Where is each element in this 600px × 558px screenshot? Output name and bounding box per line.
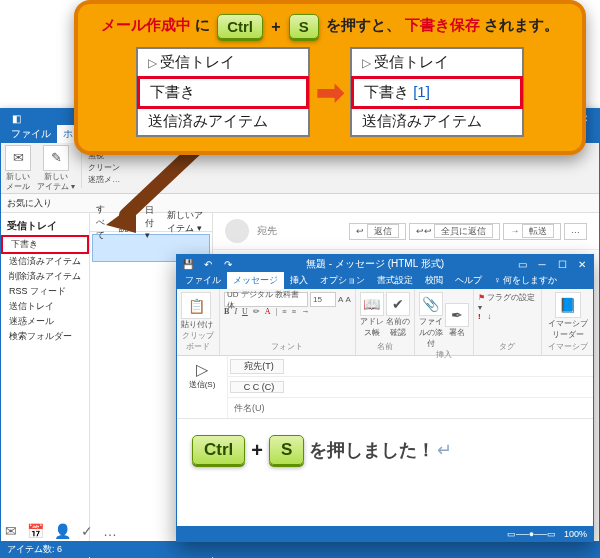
ribbon-clipboard-group: 📋 貼り付け クリップボード bbox=[177, 289, 220, 355]
new-item-button[interactable]: ✎ 新しい アイテム ▾ bbox=[37, 145, 75, 191]
follow-up-flag-icon[interactable]: ⚑ bbox=[478, 293, 485, 302]
undo-icon[interactable]: ↶ bbox=[201, 257, 215, 271]
tab-options[interactable]: オプション bbox=[314, 272, 371, 289]
address-book-button[interactable]: 📖 bbox=[360, 292, 384, 316]
tab-insert[interactable]: 挿入 bbox=[284, 272, 314, 289]
folder-rss[interactable]: RSS フィード bbox=[1, 284, 89, 299]
folder-drafts[interactable]: 下書き bbox=[1, 235, 89, 254]
zoom-level[interactable]: 100% bbox=[564, 529, 587, 539]
redo-icon[interactable]: ↷ bbox=[221, 257, 235, 271]
bullets-icon[interactable]: ≡ bbox=[282, 307, 287, 316]
curved-arrow-icon bbox=[106, 145, 206, 239]
cc-label-button[interactable]: C C (C) bbox=[230, 381, 284, 393]
subject-label: 件名(U) bbox=[228, 402, 282, 415]
tags-group-label: タグ bbox=[478, 341, 537, 352]
folder-junk[interactable]: 迷惑メール bbox=[1, 314, 89, 329]
high-importance-icon[interactable]: ! bbox=[478, 312, 481, 321]
immersive-group-label: イマーシブ bbox=[546, 341, 589, 352]
compose-titlebar: 💾 ↶ ↷ 無題 - メッセージ (HTML 形式) ▭ ─ ☐ ✕ bbox=[177, 255, 593, 273]
italic-button[interactable]: I bbox=[234, 307, 237, 316]
svg-marker-0 bbox=[106, 203, 136, 233]
reply-all-button[interactable]: ↩↩ 全員に返信 bbox=[409, 223, 501, 240]
paste-button[interactable]: 📋 bbox=[181, 292, 211, 319]
tab-help[interactable]: ヘルプ bbox=[449, 272, 488, 289]
compose-header-fields: ▷ 送信(S) 宛先(T) C C (C) 件名(U) bbox=[177, 356, 593, 419]
send-button[interactable]: ▷ 送信(S) bbox=[177, 356, 228, 418]
folder-inbox-header[interactable]: 受信トレイ bbox=[1, 217, 89, 235]
mini-drafts-before: 下書き bbox=[137, 76, 309, 109]
ribbon-options-icon[interactable]: ▭ bbox=[515, 257, 529, 271]
nav-calendar-icon[interactable]: 📅 bbox=[27, 523, 44, 539]
favorites-label[interactable]: お気に入り bbox=[7, 197, 52, 210]
nav-people-icon[interactable]: 👤 bbox=[54, 523, 71, 539]
folder-list-after: 受信トレイ 下書き [1] 送信済みアイテム bbox=[350, 47, 524, 137]
folder-deleted[interactable]: 削除済みアイテム bbox=[1, 269, 89, 284]
compose-body[interactable]: Ctrl + S を押しました！ ↵ bbox=[177, 419, 593, 481]
check-names-button[interactable]: ✔ bbox=[386, 292, 410, 316]
body-s-keycap: S bbox=[269, 435, 304, 465]
indent-icon[interactable]: → bbox=[301, 307, 309, 316]
signature-button[interactable]: ✒ bbox=[445, 303, 469, 327]
main-statusbar: アイテム数: 6 bbox=[1, 541, 599, 557]
preview-header: 宛先 ↩ 返信 ↩↩ 全員に返信 → 転送 … bbox=[213, 213, 599, 250]
maximize-button[interactable]: ☐ bbox=[555, 257, 569, 271]
bold-button[interactable]: B bbox=[224, 307, 229, 316]
attach-file-button[interactable]: 📎 bbox=[419, 292, 443, 316]
tab-review[interactable]: 校閲 bbox=[419, 272, 449, 289]
folder-sent[interactable]: 送信済みアイテム bbox=[1, 254, 89, 269]
font-size-select[interactable]: 15 bbox=[310, 292, 336, 307]
instruction-callout: メール作成中 に Ctrl + S を押すと、 下書き保存 されます。 受信トレ… bbox=[74, 0, 586, 155]
send-icon: ▷ bbox=[179, 360, 225, 379]
callout-text-post3: されます。 bbox=[484, 16, 559, 33]
names-group-label: 名前 bbox=[360, 341, 410, 352]
more-actions-button[interactable]: … bbox=[564, 223, 587, 240]
arrow-icon: ➡ bbox=[316, 72, 344, 112]
callout-text-red1: メール作成中 bbox=[101, 16, 191, 33]
close-button[interactable]: ✕ bbox=[575, 257, 589, 271]
zoom-slider[interactable]: ▭──●──▭ bbox=[507, 529, 556, 539]
mini-sent: 送信済みアイテム bbox=[138, 108, 308, 135]
plus-sign: + bbox=[251, 439, 263, 462]
save-icon[interactable]: 💾 bbox=[181, 257, 195, 271]
app-icon: ◧ bbox=[5, 110, 27, 126]
minimize-button[interactable]: ─ bbox=[535, 257, 549, 271]
ribbon-insert-group: 📎 ファイルの添付 ✒ 署名 挿入 bbox=[415, 289, 474, 355]
callout-text-post1: を押すと、 bbox=[326, 16, 401, 33]
highlight-icon[interactable]: ✏ bbox=[253, 307, 260, 316]
nav-tasks-icon[interactable]: ✓ bbox=[81, 523, 93, 539]
ctrl-keycap: Ctrl bbox=[217, 14, 263, 39]
underline-button[interactable]: U bbox=[242, 307, 248, 316]
paragraph-mark-icon: ↵ bbox=[437, 439, 452, 461]
reply-button[interactable]: ↩ 返信 bbox=[349, 223, 406, 240]
numbering-icon[interactable]: ≡ bbox=[292, 307, 297, 316]
plus-sign: + bbox=[271, 18, 280, 35]
font-color-icon[interactable]: A bbox=[265, 307, 271, 316]
tab-file[interactable]: ファイル bbox=[5, 125, 57, 143]
folder-outbox[interactable]: 送信トレイ bbox=[1, 299, 89, 314]
folder-list-before: 受信トレイ 下書き 送信済みアイテム bbox=[136, 47, 310, 137]
font-group-label: フォント bbox=[224, 341, 351, 352]
new-mail-button[interactable]: ✉ 新しい メール bbox=[5, 145, 31, 191]
nav-mail-icon[interactable]: ✉ bbox=[5, 523, 17, 539]
tab-format[interactable]: 書式設定 bbox=[371, 272, 419, 289]
grow-font-icon[interactable]: A bbox=[338, 295, 343, 304]
folder-search[interactable]: 検索フォルダー bbox=[1, 329, 89, 344]
compose-statusbar: ▭──●──▭ 100% bbox=[177, 526, 593, 541]
immersive-reader-button[interactable]: 📘 bbox=[555, 292, 581, 318]
callout-text-red2: 下書き保存 bbox=[405, 16, 480, 33]
to-label-button[interactable]: 宛先(T) bbox=[230, 359, 284, 374]
forward-button[interactable]: → 転送 bbox=[503, 223, 561, 240]
clipboard-group-label: クリップボード bbox=[181, 330, 215, 352]
callout-text: メール作成中 に Ctrl + S を押すと、 下書き保存 されます。 bbox=[90, 14, 570, 39]
body-text: を押しました！ bbox=[309, 438, 435, 462]
status-item-count: アイテム数: 6 bbox=[7, 543, 62, 556]
tab-message[interactable]: メッセージ bbox=[227, 272, 284, 289]
low-importance-icon[interactable]: ↓ bbox=[487, 312, 491, 321]
avatar-icon bbox=[225, 219, 249, 243]
shrink-font-icon[interactable]: A bbox=[345, 295, 350, 304]
s-keycap: S bbox=[289, 14, 319, 39]
tab-file[interactable]: ファイル bbox=[179, 272, 227, 289]
tab-tell-me[interactable]: ♀ 何をしますか bbox=[488, 272, 563, 289]
font-name-select[interactable]: UD デジタル 教科書体 bbox=[224, 292, 308, 307]
nav-more-icon[interactable]: … bbox=[103, 523, 117, 539]
